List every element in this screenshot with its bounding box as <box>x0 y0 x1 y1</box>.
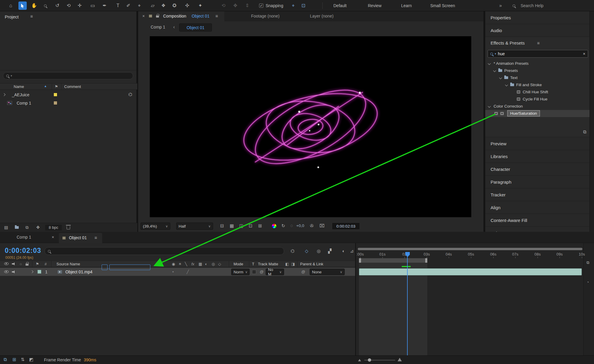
tree-row-presets[interactable]: Presets <box>485 67 590 74</box>
snap-to-feature-icon[interactable]: ⌖ <box>289 0 298 11</box>
label-column-icon[interactable]: ⚑ <box>55 84 58 89</box>
tree-row-cycle-fill-hue[interactable]: Cycle Fill Hue <box>485 96 590 103</box>
snapping-checkbox[interactable] <box>259 4 263 8</box>
work-area-bar[interactable] <box>359 258 427 263</box>
workspace-small-screen[interactable]: Small Screen <box>430 0 455 11</box>
panel-tab-preview[interactable]: Preview <box>485 137 590 150</box>
region-of-interest-icon[interactable]: ⊡ <box>249 223 253 229</box>
tab-layer[interactable]: Layer (none) <box>310 14 333 18</box>
brush-tool-icon[interactable]: ✐ <box>124 0 133 11</box>
clone-stamp-tool-icon[interactable]: ⌖ <box>135 0 144 11</box>
effects-search-box[interactable]: ▾ hue × <box>488 50 588 58</box>
parent-link-column[interactable]: Parent & Link <box>300 262 323 266</box>
layer-row[interactable]: 1 Object 01.mp4 ▪ ╱ Norm∨ @ No M∨ @ None… <box>0 268 355 276</box>
bit-depth-button[interactable]: 8 bpc <box>45 225 62 231</box>
type-tool-icon[interactable]: T <box>114 0 122 11</box>
panel-tab-align[interactable]: Align <box>485 201 590 214</box>
parent-dropdown[interactable]: None∨ <box>310 269 345 275</box>
project-search-input[interactable]: ▾ <box>3 72 133 79</box>
zoom-in-mountain-icon[interactable] <box>398 358 402 361</box>
workspace-review[interactable]: Review <box>368 0 382 11</box>
disclosure-icon[interactable] <box>3 93 6 96</box>
column-comment[interactable]: Comment <box>64 84 81 89</box>
comp-button-icon[interactable]: ⧉ <box>587 260 589 265</box>
panel-tab-libraries[interactable]: Libraries <box>485 150 590 163</box>
sort-ascending-icon[interactable]: ▲ <box>44 84 47 88</box>
right-scroll-strip[interactable] <box>590 11 594 232</box>
exposure-icon[interactable]: ◌ <box>290 223 293 228</box>
project-row-aejuice[interactable]: _AEJuice ⌬ <box>0 91 137 99</box>
audio-icon[interactable] <box>12 270 15 274</box>
interpret-footage-icon[interactable]: ▤ <box>4 225 8 230</box>
source-name-column[interactable]: Source Name <box>56 262 80 266</box>
show-snapshot-icon[interactable]: ⌧ <box>319 223 324 229</box>
zoom-out-mountain-icon[interactable] <box>358 359 361 361</box>
solo-icon[interactable]: ○ <box>20 262 22 266</box>
composition-viewport[interactable] <box>150 36 471 217</box>
resolution-dropdown[interactable]: Half∨ <box>176 223 213 230</box>
playhead-line[interactable] <box>407 257 408 355</box>
breadcrumb-parent[interactable]: Comp 1 <box>151 25 165 29</box>
user-status-icon[interactable]: ◩ <box>29 357 33 362</box>
panel-tab-tracker[interactable]: Tracker <box>485 188 590 201</box>
channel-color-icon[interactable] <box>272 224 276 228</box>
quality-switch-icon[interactable]: ╱ <box>187 270 189 274</box>
label-color-swatch[interactable] <box>53 101 57 105</box>
rotation-tool-icon[interactable]: ↺ <box>53 0 62 11</box>
grid-guides-icon[interactable]: ⊞ <box>258 223 262 229</box>
eye-icon[interactable] <box>4 262 9 265</box>
tree-row-chill-hue-shift[interactable]: Chill Hue Shift <box>485 89 590 96</box>
track-matte-column[interactable]: Track Matte <box>258 262 278 266</box>
label-column-icon[interactable]: ⚑ <box>36 262 39 266</box>
pan-behind-tool-icon[interactable]: ✛ <box>75 0 84 11</box>
column-name[interactable]: Name <box>14 84 24 89</box>
home-tool-icon[interactable]: ⌂ <box>6 0 15 11</box>
snapshot-camera-icon[interactable]: ✇ <box>310 223 314 229</box>
time-navigator-scrollbar[interactable] <box>358 248 582 250</box>
panel-menu-icon[interactable]: ≡ <box>30 14 33 19</box>
label-color-swatch[interactable] <box>53 93 57 97</box>
zoom-slider-handle[interactable] <box>368 358 371 362</box>
proxy-icon[interactable]: ⊞ <box>12 357 16 362</box>
workspace-default[interactable]: Default <box>333 0 346 11</box>
panel-tab-effects-presets[interactable]: Effects & Presets ≡ <box>485 37 590 49</box>
panel-menu-icon[interactable]: ≡ <box>491 37 586 49</box>
new-folder-icon[interactable] <box>15 226 19 229</box>
puppet-pin-tool-icon[interactable]: ✪ <box>170 0 179 11</box>
view-layout-icon[interactable]: ⊟ <box>220 223 224 229</box>
magnification-dropdown[interactable]: (39,4%)∨ <box>141 223 170 230</box>
dependencies-icon[interactable]: ⌬ <box>128 92 132 97</box>
zoom-tool-icon[interactable] <box>41 0 50 11</box>
mask-visibility-icon[interactable]: ◫ <box>239 223 243 229</box>
viewer-timecode-box[interactable]: 0:00:02:03 <box>332 223 360 230</box>
tree-row-animation-presets[interactable]: * Animation Presets <box>485 60 590 67</box>
panel-tab-content-aware-fill[interactable]: Content-Aware Fill <box>485 214 590 227</box>
shape-tool-icon[interactable]: ▭ <box>88 0 97 11</box>
matte-toggle-column[interactable]: T <box>252 262 254 266</box>
tree-row-text[interactable]: Text <box>485 74 590 81</box>
comp-marker-icon[interactable]: ◔ <box>587 280 589 284</box>
render-queue-icon[interactable]: ⧉ <box>4 357 7 362</box>
help-search-input[interactable]: Search Help <box>521 0 543 11</box>
new-composition-icon[interactable]: ⧉ <box>26 225 29 230</box>
layer-duration-bar[interactable] <box>359 268 582 275</box>
tab-composition[interactable]: × Composition Object 01 ≡ <box>138 11 224 21</box>
tool-icon-extra-b[interactable]: ✦ <box>196 0 205 11</box>
tool-icon-extra-a[interactable]: ✣ <box>183 0 192 11</box>
disclosure-icon[interactable] <box>31 270 34 273</box>
layer-name[interactable]: Object 01.mp4 <box>65 270 92 274</box>
chevron-down-icon[interactable] <box>488 62 491 65</box>
panel-tab-properties[interactable]: Properties <box>485 11 590 24</box>
eraser-tool-icon[interactable]: ▱ <box>148 0 157 11</box>
chevron-down-icon[interactable] <box>505 83 508 86</box>
transparency-grid-icon[interactable]: ▦ <box>230 223 234 229</box>
workspace-learn[interactable]: Learn <box>401 0 412 11</box>
tab-comp1[interactable]: Comp 1 <box>17 235 31 239</box>
workspace-overflow-icon[interactable]: » <box>499 0 502 11</box>
new-animation-preset-icon[interactable]: ⧉ <box>583 129 586 135</box>
tree-row-color-correction[interactable]: Color Correction <box>485 103 590 110</box>
exposure-value[interactable]: +0,0 <box>296 223 304 228</box>
chevron-down-icon[interactable] <box>493 69 496 72</box>
panel-menu-icon[interactable]: ≡ <box>94 235 97 240</box>
hand-tool-icon[interactable]: ✋ <box>30 0 39 11</box>
